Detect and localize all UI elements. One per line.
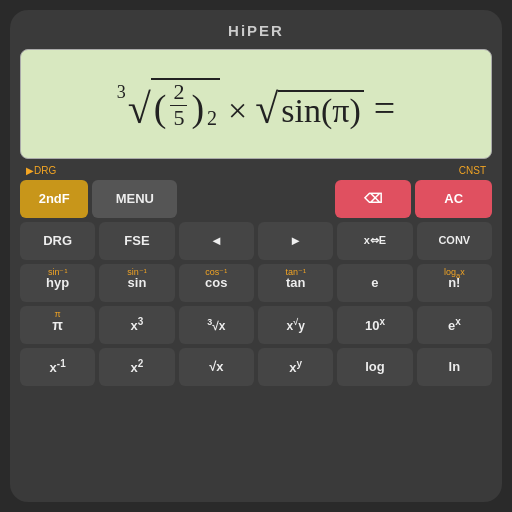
btn-left-arrow[interactable]: ◄	[179, 222, 254, 260]
btn-hyp[interactable]: sin⁻¹ hyp	[20, 264, 95, 302]
btn-nfact[interactable]: logax n!	[417, 264, 492, 302]
sqrt-sin: √ sin(π)	[255, 88, 364, 130]
indicator-row: ▶DRG CNST	[20, 165, 492, 176]
btn-xrooty[interactable]: x√y	[258, 306, 333, 344]
btn-10x[interactable]: 10x	[337, 306, 412, 344]
row3: π π x3 3√x x√y 10x ex	[20, 306, 492, 344]
cube-root: 3 √ ( 2 5 ) 2	[117, 78, 220, 129]
btn-log[interactable]: log	[337, 348, 412, 386]
btn-xcube[interactable]: x3	[99, 306, 174, 344]
app-title: HiPER	[20, 20, 492, 43]
row4: x-1 x2 √x xy log ln	[20, 348, 492, 386]
btn-tan[interactable]: tan⁻¹ tan	[258, 264, 333, 302]
button-area: ▶DRG CNST 2ndF MENU ⌫ AC DRG F	[20, 165, 492, 492]
btn-drg[interactable]: DRG	[20, 222, 95, 260]
cnst-indicator: CNST	[459, 165, 486, 176]
row-top: 2ndF MENU ⌫ AC	[20, 180, 492, 218]
btn-xE[interactable]: x⇔E	[337, 222, 412, 260]
display-screen: 3 √ ( 2 5 ) 2 × √ sin(π)	[20, 49, 492, 159]
btn-xinv[interactable]: x-1	[20, 348, 95, 386]
btn-ex[interactable]: ex	[417, 306, 492, 344]
calculator: HiPER 3 √ ( 2 5 ) 2 × √	[10, 10, 502, 502]
btn-pi[interactable]: π π	[20, 306, 95, 344]
btn-sin[interactable]: sin⁻¹ sin	[99, 264, 174, 302]
btn-xsq[interactable]: x2	[99, 348, 174, 386]
btn-e[interactable]: e	[337, 264, 412, 302]
btn-2ndf[interactable]: 2ndF	[20, 180, 88, 218]
btn-menu[interactable]: MENU	[92, 180, 177, 218]
btn-cbrootx[interactable]: 3√x	[179, 306, 254, 344]
drg-indicator: ▶DRG	[26, 165, 56, 176]
btn-conv[interactable]: CONV	[417, 222, 492, 260]
row1: DRG FSE ◄ ► x⇔E CONV	[20, 222, 492, 260]
btn-ln[interactable]: ln	[417, 348, 492, 386]
btn-ac[interactable]: AC	[415, 180, 492, 218]
btn-xpowy[interactable]: xy	[258, 348, 333, 386]
btn-right-arrow[interactable]: ►	[258, 222, 333, 260]
btn-cos[interactable]: cos⁻¹ cos	[179, 264, 254, 302]
btn-backspace[interactable]: ⌫	[335, 180, 412, 218]
display-expression: 3 √ ( 2 5 ) 2 × √ sin(π)	[117, 78, 396, 129]
btn-fse[interactable]: FSE	[99, 222, 174, 260]
btn-sqrtx[interactable]: √x	[179, 348, 254, 386]
row2: sin⁻¹ hyp sin⁻¹ sin cos⁻¹ cos tan⁻¹ tan …	[20, 264, 492, 302]
